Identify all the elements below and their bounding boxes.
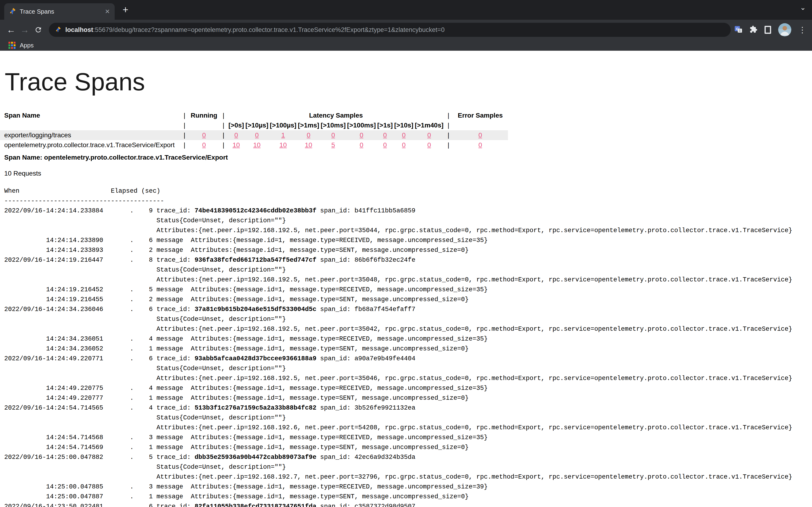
empty-cell [189,120,219,130]
trace-id-value: 37a81c9b615b204a6e515df533004d5c [195,306,316,313]
sample-count-link[interactable]: 0 [402,131,406,139]
browser-chrome: Trace Spans ✕ + ⌄ ← → [0,0,812,51]
sample-count-link[interactable]: 0 [331,131,335,139]
trace-id-value: 82fa11055b338efcd733187347651fda [195,503,316,507]
sample-count-link[interactable]: 10 [280,141,287,149]
telescope-favicon [55,26,61,33]
detail-span-name: Span Name: opentelemetry.proto.collector… [4,154,812,161]
col-running: Running [189,111,219,120]
sample-count-link[interactable]: 10 [233,141,240,149]
column-divider: | [180,111,189,120]
error-count-cell: 0 [453,140,508,150]
latency-count-cell: 0 [376,130,394,140]
latency-count-cell: 0 [376,140,394,150]
col-span-name: Span Name [0,111,180,120]
translate-icon[interactable]: G 文 [734,25,743,34]
latency-bucket-header-row: ||[>0s][>10µs][>100µs][>1ms][>10ms][>100… [0,120,508,130]
sample-count-link[interactable]: 0 [360,131,363,139]
browser-tab[interactable]: Trace Spans ✕ [4,3,115,20]
latency-bucket-label: [>10µs] [245,120,269,130]
col-latency-samples: Latency Samples [228,111,444,120]
sample-count-link[interactable]: 0 [478,131,482,139]
latency-bucket-label: [>10ms] [320,120,347,130]
latency-count-cell: 10 [245,140,269,150]
sample-count-link[interactable]: 0 [383,131,387,139]
forward-button[interactable]: → [18,23,32,37]
column-divider: | [444,120,453,130]
browser-menu-kebab-icon[interactable]: ⋮ [798,26,806,34]
profile-avatar[interactable] [778,23,791,36]
span-summary-row: opentelemetry.proto.collector.trace.v1.T… [0,140,508,150]
sample-count-link[interactable]: 1 [281,131,285,139]
sample-count-link[interactable]: 0 [235,131,238,139]
empty-cell [0,120,180,130]
sample-count-link[interactable]: 0 [255,131,259,139]
sample-count-link[interactable]: 0 [202,131,206,139]
column-divider: | [219,130,228,140]
latency-count-cell: 1 [269,130,297,140]
reload-button[interactable] [32,23,45,37]
latency-bucket-label: [>0s] [228,120,245,130]
sample-count-link[interactable]: 0 [427,141,431,149]
sample-count-link[interactable]: 5 [331,141,335,149]
sample-count-link[interactable]: 0 [202,141,206,149]
latency-bucket-label: [>1s] [376,120,394,130]
sample-count-link[interactable]: 0 [360,141,363,149]
request-log: When Elapsed (sec) ---------------------… [0,186,812,507]
error-count-cell: 0 [453,130,508,140]
column-divider: | [180,130,189,140]
extensions-puzzle-icon[interactable] [750,25,758,34]
span-summary-table: Span Name | Running | Latency Samples | … [0,111,508,150]
tab-strip: Trace Spans ✕ + ⌄ [0,0,812,20]
latency-count-cell: 10 [228,140,245,150]
latency-count-cell: 5 [320,140,347,150]
column-divider: | [180,120,189,130]
tab-search-chevron-icon[interactable]: ⌄ [800,3,806,11]
sample-count-link[interactable]: 0 [478,141,482,149]
tab-title: Trace Spans [20,8,101,15]
tracez-page: Trace Spans Span Name | Running | Latenc… [0,68,812,507]
bookmarks-bar: Apps [0,40,812,51]
requests-count: 10 Requests [4,170,812,177]
latency-count-cell: 0 [346,130,376,140]
sample-count-link[interactable]: 0 [427,131,431,139]
span-summary-row: exporter/logging/traces|0|001000000|0 [0,130,508,140]
span-name-cell: opentelemetry.proto.collector.trace.v1.T… [0,140,180,150]
sample-count-link[interactable]: 0 [307,131,310,139]
omnibox[interactable]: localhost:55679/debug/tracez?zspanname=o… [49,23,731,37]
latency-count-cell: 0 [394,130,414,140]
back-button[interactable]: ← [4,23,18,37]
tab-close-icon[interactable]: ✕ [105,8,110,14]
running-count-cell: 0 [189,130,219,140]
latency-count-cell: 0 [245,130,269,140]
sample-count-link[interactable]: 0 [383,141,387,149]
latency-count-cell: 0 [394,140,414,150]
url-text: localhost:55679/debug/tracez?zspanname=o… [65,26,445,34]
new-tab-button[interactable]: + [119,3,132,16]
latency-count-cell: 0 [320,130,347,140]
sample-count-link[interactable]: 0 [402,141,406,149]
col-error-samples: Error Samples [453,111,508,120]
column-divider: | [219,140,228,150]
latency-bucket-label: [>100µs] [269,120,297,130]
latency-bucket-label: [>1ms] [297,120,320,130]
page-title: Trace Spans [5,68,812,96]
latency-count-cell: 0 [297,130,320,140]
sample-count-link[interactable]: 10 [253,141,261,149]
bookmark-apps[interactable]: Apps [20,42,34,49]
apps-grid-icon [8,42,15,49]
side-panel-icon[interactable] [765,26,771,34]
summary-header-row: Span Name | Running | Latency Samples | … [0,111,508,120]
latency-bucket-label: [>10s] [394,120,414,130]
trace-id-value: 93abb5afcaa0428d37bccee9366188a9 [195,355,316,362]
latency-bucket-label: [>1m40s] [414,120,444,130]
latency-count-cell: 10 [297,140,320,150]
latency-count-cell: 0 [414,140,444,150]
latency-count-cell: 10 [269,140,297,150]
column-divider: | [444,111,453,120]
empty-cell [453,120,508,130]
sample-count-link[interactable]: 10 [305,141,312,149]
trace-id-value: dbb35e25936a90b4472cabb89073af9e [195,454,316,461]
span-name-cell: exporter/logging/traces [0,130,180,140]
trace-id-value: 936fa38fcfed661712ba547f5ed747cf [195,257,316,264]
